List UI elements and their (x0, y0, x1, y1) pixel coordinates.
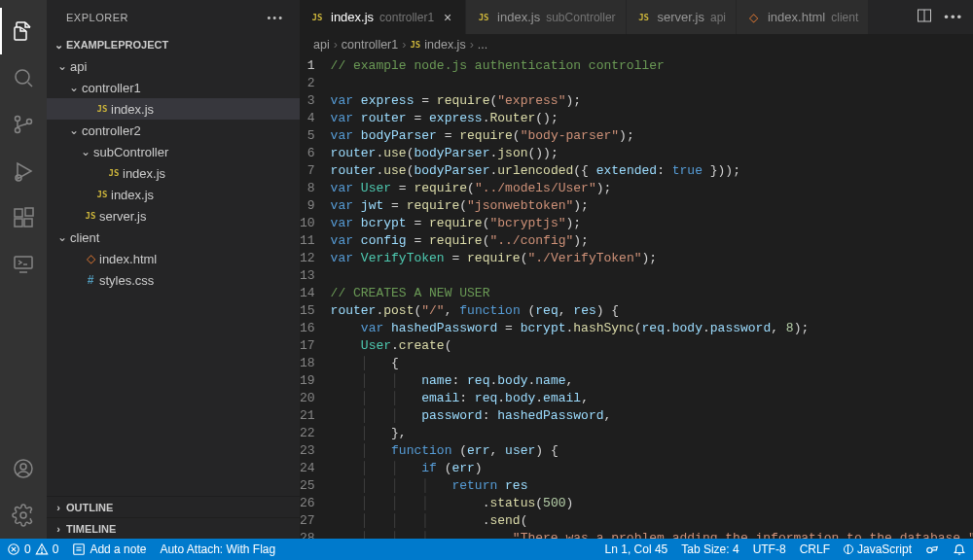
code-editor[interactable]: 1234567891011121314151617181920212223242… (300, 55, 973, 539)
breadcrumb-trail[interactable]: ... (478, 38, 487, 52)
svg-rect-9 (15, 257, 32, 268)
breadcrumb-segment[interactable]: api (313, 38, 330, 52)
status-auto-attach[interactable]: Auto Attach: With Flag (153, 539, 282, 560)
tree-item-label: index.js (123, 166, 165, 181)
tab-label: index.js (497, 10, 540, 24)
status-feedback-icon[interactable] (919, 539, 946, 560)
css-file-icon: # (82, 273, 99, 287)
tree-folder[interactable]: ⌄subController (47, 141, 300, 162)
editor-more-icon[interactable]: ••• (944, 10, 963, 24)
sidebar-title: EXPLORER (66, 12, 128, 23)
svg-rect-7 (24, 219, 32, 227)
svg-rect-16 (74, 544, 85, 555)
tree-folder[interactable]: ⌄controller1 (47, 77, 300, 98)
tab-description: client (831, 11, 858, 24)
tree-file[interactable]: JSindex.js (47, 184, 300, 205)
project-section-header[interactable]: ⌄ EXAMPLEPROJECT (47, 34, 300, 55)
activity-source-control-icon[interactable] (0, 101, 47, 148)
html-file-icon: ◇ (82, 252, 99, 265)
tree-file[interactable]: ◇index.html (47, 248, 300, 269)
timeline-section-header[interactable]: › TIMELINE (47, 517, 300, 539)
tree-file[interactable]: JSindex.js (47, 98, 300, 120)
tab-label: index.js (331, 10, 374, 24)
tree-file[interactable]: #styles.css (47, 269, 300, 291)
activity-account-icon[interactable] (0, 445, 47, 492)
file-tree: ⌄api⌄controller1JSindex.js⌄controller2⌄s… (47, 55, 300, 496)
status-tab-size[interactable]: Tab Size: 4 (674, 539, 745, 560)
status-encoding[interactable]: UTF-8 (746, 539, 793, 560)
svg-point-0 (16, 70, 29, 84)
svg-point-17 (927, 547, 932, 552)
editor-tab[interactable]: ◇index.htmlclient (737, 0, 869, 34)
split-editor-icon[interactable] (917, 8, 932, 26)
editor-group: JSindex.jscontroller1×JSindex.jssubContr… (300, 0, 973, 539)
breadcrumb-file[interactable]: index.js (424, 38, 465, 52)
chevron-down-icon: ⌄ (66, 123, 82, 137)
svg-rect-6 (15, 219, 22, 227)
editor-tab[interactable]: JSindex.jscontroller1× (300, 0, 466, 34)
tab-description: controller1 (379, 11, 434, 24)
tree-item-label: styles.css (99, 273, 154, 288)
outline-section-header[interactable]: › OUTLINE (47, 496, 300, 517)
tree-item-label: subController (93, 145, 168, 159)
status-bell-icon[interactable] (946, 539, 973, 560)
tree-item-label: index.js (111, 188, 154, 202)
chevron-right-icon: › (51, 523, 66, 535)
tree-item-label: index.html (99, 252, 157, 266)
chevron-down-icon: ⌄ (66, 81, 82, 94)
tab-description: api (710, 11, 726, 24)
tree-folder[interactable]: ⌄controller2 (47, 120, 300, 141)
js-file-icon: JS (476, 13, 491, 22)
svg-point-15 (41, 552, 42, 553)
activity-settings-icon[interactable] (0, 492, 47, 539)
editor-tabs: JSindex.jscontroller1×JSindex.jssubContr… (300, 0, 973, 34)
js-file-icon: JS (93, 104, 111, 114)
js-file-icon: JS (93, 190, 111, 199)
activity-run-debug-icon[interactable] (0, 148, 47, 194)
status-language[interactable]: JavaScript (837, 539, 919, 560)
activity-extensions-icon[interactable] (0, 194, 47, 241)
js-file-icon: JS (410, 40, 420, 50)
chevron-down-icon: ⌄ (78, 145, 93, 158)
explorer-sidebar: EXPLORER ••• ⌄ EXAMPLEPROJECT ⌄api⌄contr… (47, 0, 300, 539)
js-file-icon: JS (636, 13, 652, 22)
activity-explorer-icon[interactable] (0, 8, 47, 54)
status-problems[interactable]: 0 0 (0, 539, 65, 560)
tree-item-label: controller1 (82, 81, 141, 95)
tree-file[interactable]: JSserver.js (47, 205, 300, 227)
tree-folder[interactable]: ⌄api (47, 55, 300, 77)
tree-item-label: client (70, 230, 99, 245)
js-file-icon: JS (82, 211, 99, 221)
breadcrumb-segment[interactable]: controller1 (342, 38, 398, 52)
status-bar: 0 0 Add a note Auto Attach: With Flag Ln… (0, 539, 973, 560)
svg-point-1 (16, 117, 20, 122)
editor-tab[interactable]: JSserver.jsapi (627, 0, 737, 34)
outline-label: OUTLINE (66, 502, 113, 513)
close-icon[interactable]: × (440, 10, 455, 25)
status-cursor-position[interactable]: Ln 1, Col 45 (598, 539, 675, 560)
chevron-right-icon: › (51, 502, 66, 513)
svg-rect-5 (15, 209, 22, 217)
code-content[interactable]: // example node.js authentication contro… (331, 57, 973, 539)
tree-item-label: index.js (111, 102, 154, 117)
activity-search-icon[interactable] (0, 54, 47, 101)
chevron-down-icon: ⌄ (54, 230, 70, 244)
js-file-icon: JS (105, 168, 123, 178)
breadcrumbs[interactable]: api›controller1›JSindex.js›... (300, 34, 973, 55)
status-eol[interactable]: CRLF (793, 539, 837, 560)
status-add-note[interactable]: Add a note (65, 539, 153, 560)
activity-remote-icon[interactable] (0, 241, 47, 288)
svg-point-2 (16, 128, 20, 133)
svg-point-12 (20, 512, 26, 518)
tree-folder[interactable]: ⌄client (47, 227, 300, 248)
sidebar-more-icon[interactable]: ••• (267, 12, 284, 23)
svg-point-11 (20, 464, 26, 470)
tree-item-label: server.js (99, 209, 146, 224)
tree-file[interactable]: JSindex.js (47, 162, 300, 184)
chevron-down-icon: ⌄ (54, 59, 70, 73)
project-name: EXAMPLEPROJECT (66, 39, 168, 51)
tree-item-label: controller2 (82, 123, 141, 138)
editor-tab[interactable]: JSindex.jssubController (466, 0, 626, 34)
activity-bar (0, 0, 47, 539)
tab-label: index.html (768, 10, 825, 24)
